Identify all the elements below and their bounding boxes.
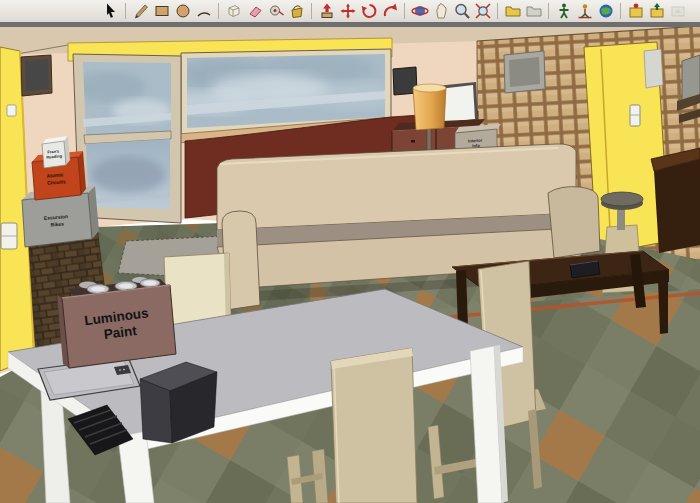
picture-canvas [509,57,540,87]
toolbar-separator [218,3,219,19]
box-middle-label: Atomic Circuits [46,171,66,186]
door-top-panel [644,49,663,88]
toggle-terrain-icon[interactable] [523,1,544,21]
google-earth-icon[interactable] [595,1,616,21]
tray-button [123,369,125,371]
dining-chair-back [331,348,417,503]
orbit-tool-icon[interactable] [409,1,430,21]
lamp-shade [413,87,446,130]
make-component-tool-icon[interactable] [223,1,244,21]
position-camera-icon[interactable] [574,1,595,21]
offset-tool-icon[interactable] [379,1,400,21]
toolbar [0,0,700,27]
share-models-icon[interactable] [646,1,667,21]
door-small-plate [7,105,16,116]
sketchup-window: Interior Info Excursion Bikes [0,0,700,503]
drawer-knob [411,140,415,143]
model-canvas[interactable]: Interior Info Excursion Bikes [0,27,700,503]
tape-measure-tool-icon[interactable] [265,1,286,21]
stool-seat [601,192,643,206]
move-tool-icon[interactable] [337,1,358,21]
lower-pane-cloud [90,157,166,193]
get-models-icon[interactable] [625,1,646,21]
pan-tool-icon[interactable] [430,1,451,21]
get-current-view-icon[interactable] [502,1,523,21]
share-component-icon[interactable] [667,1,688,21]
line-tool-icon[interactable] [130,1,151,21]
toolbar-separator [548,3,549,19]
arc-tool-icon[interactable] [193,1,214,21]
toolbar-separator [125,3,126,19]
walk-tool-icon[interactable] [553,1,574,21]
toolbar-separator [404,3,405,19]
circle-tool-icon[interactable] [172,1,193,21]
paint-box[interactable]: Luminous Paint [57,277,176,368]
zoom-extents-tool-icon[interactable] [472,1,493,21]
paint-bucket-tool-icon[interactable] [286,1,307,21]
rectangle-tool-icon[interactable] [151,1,172,21]
bar-table[interactable] [651,148,700,253]
bar-table-front [654,159,700,253]
lamp-shade-top [413,84,446,92]
sofa-right-arm [548,187,600,258]
box-top[interactable]: Fran's Reading [42,136,70,168]
push-pull-tool-icon[interactable] [316,1,337,21]
zoom-tool-icon[interactable] [451,1,472,21]
eraser-tool-icon[interactable] [244,1,265,21]
select-tool-icon[interactable] [100,1,121,21]
toolbar-separator [620,3,621,19]
wall-picture-right[interactable] [504,51,545,93]
toolbar-separator [311,3,312,19]
picture-canvas [25,59,49,91]
toolbar-separator [497,3,498,19]
rotate-tool-icon[interactable] [358,1,379,21]
tray-button [119,369,121,371]
box-front-face [22,193,92,247]
viewport[interactable]: Interior Info Excursion Bikes [0,27,700,503]
wall-picture-left[interactable] [21,55,52,96]
